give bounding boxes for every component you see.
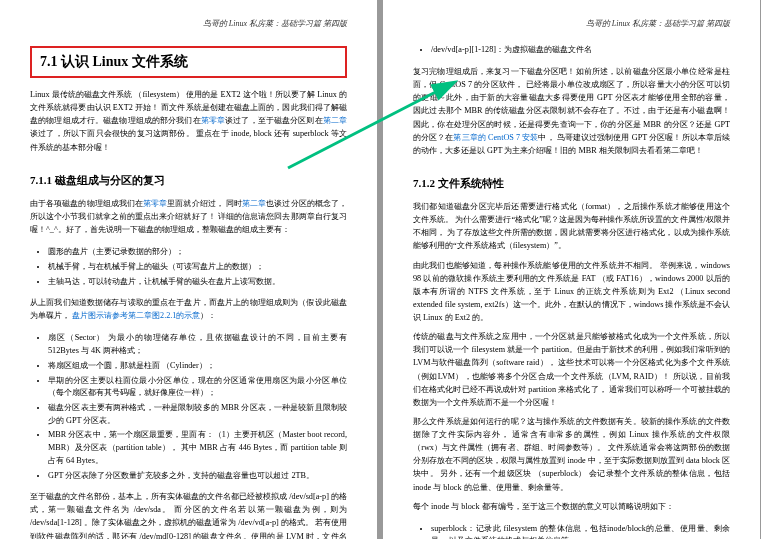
paragraph: 至于磁盘的文件名部份，基本上，所有实体磁盘的文件名都已经被模拟成 /dev/sd… <box>30 490 347 539</box>
list-disk-parts: 圆形的盘片（主要记录数据的部分）； 机械手臂，与在机械手臂上的磁头（可读写盘片上… <box>30 246 347 290</box>
list-devnames-cont: /dev/vd[a-p][1-128]：为虚拟磁盘的磁盘文件名 <box>413 44 730 59</box>
paragraph: 由于各项磁盘的物理组成我们在第零章里面就介绍过， 同时第二章也谈过分区的概念了，… <box>30 197 347 236</box>
list-item: /dev/vd[a-p][1-128]：为虚拟磁盘的磁盘文件名 <box>431 44 730 57</box>
list-item: GPT 分区表除了分区数量扩充较多之外，支持的磁盘容量也可以超过 2TB。 <box>48 470 347 483</box>
list-item: 扇区（Sector） 为最小的物理储存单位，且依据磁盘设计的不同，目前主要有 5… <box>48 332 347 357</box>
page-header-right: 鸟哥的 Linux 私房菜：基础学习篇 第四版 <box>413 18 730 30</box>
paragraph: 由此我们也能够知道，每种操作系统能够使用的文件系统并不相同。 举例来说，wind… <box>413 259 730 325</box>
link-fig221[interactable]: 盘片图示请参考第二章图2.2.1的示意 <box>72 311 200 320</box>
link-ch3[interactable]: 第三章的 CentOS 7 安装 <box>453 133 538 142</box>
paragraph: 每个 inode 与 block 都有编号，至于这三个数据的意义可以简略说明如下… <box>413 500 730 513</box>
list-item: superblock：记录此 filesystem 的整体信息，包括inode/… <box>431 523 730 539</box>
link-ch0[interactable]: 第零章 <box>201 116 225 125</box>
page-header-left: 鸟哥的 Linux 私房菜：基础学习篇 第四版 <box>30 18 347 30</box>
page-right: 鸟哥的 Linux 私房菜：基础学习篇 第四版 /dev/vd[a-p][1-1… <box>383 0 760 539</box>
list-item: 早期的分区主要以柱面位最小分区单位，现在的分区通常使用扇区为最小分区单位（每个扇… <box>48 375 347 400</box>
paragraph: 复习完物理组成后，来复习一下磁盘分区吧！如前所述，以前磁盘分区最小单位经常是柱面… <box>413 65 730 157</box>
paragraph: 传统的磁盘与文件系统之应用中，一个分区就是只能够被格式化成为一个文件系统，所以我… <box>413 330 730 409</box>
paragraph: Linux 最传统的磁盘文件系统 （filesystem） 使用的是 EXT2 … <box>30 88 347 154</box>
list-item: 磁盘分区表主要有两种格式，一种是限制较多的 MBR 分区表，一种是较新且限制较少… <box>48 402 347 427</box>
page-left: 鸟哥的 Linux 私房菜：基础学习篇 第四版 7.1 认识 Linux 文件系… <box>0 0 377 539</box>
list-platter: 扇区（Sector） 为最小的物理储存单位，且依据磁盘设计的不同，目前主要有 5… <box>30 332 347 484</box>
paragraph: 我们都知道磁盘分区完毕后还需要进行格式化（format），之后操作系统才能够使用… <box>413 200 730 253</box>
list-blocks: superblock：记录此 filesystem 的整体信息，包括inode/… <box>413 523 730 539</box>
link-ch0-2[interactable]: 第零章 <box>143 199 167 208</box>
subsection-712: 7.1.2 文件系统特性 <box>413 175 730 192</box>
list-item: MBR 分区表中，第一个扇区最重要，里面有：（1）主要开机区（Master bo… <box>48 429 347 467</box>
list-item: 将扇区组成一个圆，那就是柱面 （Cylinder）； <box>48 360 347 373</box>
list-item: 圆形的盘片（主要记录数据的部分）； <box>48 246 347 259</box>
subsection-711: 7.1.1 磁盘组成与分区的复习 <box>30 172 347 189</box>
paragraph: 那么文件系统是如何运行的呢？这与操作系统的文件数据有关。较新的操作系统的文件数据… <box>413 415 730 494</box>
list-item: 主轴马达，可以转动盘片，让机械手臂的磁头在盘片上读写数据。 <box>48 276 347 289</box>
link-ch2-2[interactable]: 第二章 <box>242 199 266 208</box>
link-ch2[interactable]: 第二章 <box>323 116 347 125</box>
paragraph: 从上面我们知道数据储存与读取的重点在于盘片，而盘片上的物理组成则为（假设此磁盘为… <box>30 296 347 322</box>
list-item: 机械手臂，与在机械手臂上的磁头（可读写盘片上的数据）； <box>48 261 347 274</box>
section-title: 7.1 认识 Linux 文件系统 <box>30 46 347 78</box>
